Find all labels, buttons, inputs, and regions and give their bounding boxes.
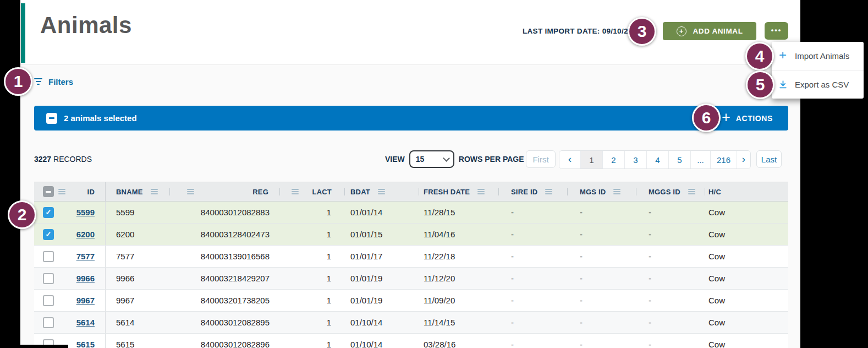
sire-cell: - (499, 202, 568, 223)
records-label: RECORDS (53, 155, 92, 164)
column-header-mgs-id[interactable]: MGS ID (580, 188, 606, 196)
sire-cell: - (499, 268, 568, 289)
bname-cell: 5599 (106, 202, 170, 223)
column-menu-icon[interactable] (688, 189, 695, 194)
id-cell: 5599 (58, 202, 106, 223)
column-header-bdat[interactable]: BDAT (350, 188, 370, 196)
pagination-last-button[interactable]: Last (756, 150, 782, 168)
actions-button[interactable]: + ACTIONS (722, 112, 773, 125)
column-header-reg[interactable]: REG (252, 188, 280, 196)
hc-cell: Cow (705, 334, 788, 348)
page-button-4[interactable]: 4 (647, 151, 669, 168)
filter-icon (34, 78, 42, 85)
add-animal-button[interactable]: + ADD ANIMAL (663, 22, 756, 40)
animal-id-link[interactable]: 9967 (76, 296, 95, 305)
column-header-mggs-id[interactable]: MGGS ID (649, 188, 680, 196)
column-header-fresh-date[interactable]: FRESH DATE (424, 188, 470, 196)
reg-cell: 840003128402473 (170, 224, 280, 245)
menu-item-export-csv[interactable]: Export as CSV (772, 70, 864, 99)
pagination-group: ‹ 12345...216› (559, 150, 751, 169)
page-button-2[interactable]: 2 (603, 151, 625, 168)
lact-cell: 1 (280, 224, 345, 245)
menu-item-import-animals[interactable]: + Import Animals (772, 42, 864, 70)
column-menu-icon[interactable] (613, 189, 620, 194)
column-header-lact[interactable]: LACT (312, 188, 345, 196)
fresh-cell: 11/12/20 (419, 268, 499, 289)
reg-cell: 840003218429207 (170, 268, 280, 289)
column-header-sire-id[interactable]: SIRE ID (511, 188, 537, 196)
column-header-id[interactable]: ID (87, 188, 95, 196)
row-select-cell (34, 312, 58, 333)
annotation-marker-1: 1 (4, 67, 32, 96)
selection-count-label: 2 animals selected (64, 113, 137, 123)
lact-cell: 1 (280, 268, 345, 289)
sire-cell: - (499, 312, 568, 333)
rows-per-page-value: 15 (416, 155, 425, 164)
bname-cell: 5615 (106, 334, 170, 348)
pagination-prev-button[interactable]: ‹ (559, 151, 581, 168)
records-number: 3227 (34, 155, 51, 164)
pagination-next-button[interactable]: › (737, 151, 750, 168)
table-body: 55995599840003012082883101/01/1411/28/15… (34, 202, 788, 348)
bname-cell: 7577 (106, 246, 170, 267)
header-select-checkbox[interactable] (43, 186, 54, 197)
row-select-cell (34, 290, 58, 311)
animal-id-link[interactable]: 7577 (76, 252, 95, 261)
row-checkbox[interactable] (43, 317, 54, 328)
hc-cell: Cow (705, 224, 788, 245)
mgs-cell: - (568, 224, 636, 245)
column-menu-icon[interactable] (58, 189, 65, 194)
mggs-cell: - (636, 312, 705, 333)
bdat-cell: 01/10/14 (345, 334, 419, 348)
column-menu-icon[interactable] (477, 189, 485, 194)
table-row-6200: 62006200840003128402473101/01/1511/04/16… (34, 224, 788, 246)
page-button-1[interactable]: 1 (581, 151, 603, 168)
add-animal-label: ADD ANIMAL (693, 27, 743, 35)
lact-cell: 1 (280, 202, 345, 223)
filters-toggle[interactable]: Filters (34, 73, 73, 90)
animal-id-link[interactable]: 5615 (76, 340, 95, 348)
animal-id-link[interactable]: 6200 (76, 230, 95, 239)
page-button-216[interactable]: 216 (711, 151, 737, 168)
mggs-cell: - (636, 290, 705, 311)
animals-table: ID BNAME REG LACT BDAT FRESH DATE (34, 182, 788, 348)
fresh-cell: 03/28/16 (419, 334, 499, 348)
mgs-cell: - (568, 290, 636, 311)
column-menu-icon[interactable] (292, 189, 299, 194)
animal-id-link[interactable]: 9966 (76, 274, 95, 283)
annotation-marker-6: 6 (692, 104, 721, 132)
column-menu-icon[interactable] (378, 189, 385, 194)
row-checkbox[interactable] (43, 229, 54, 240)
mggs-cell: - (636, 202, 705, 223)
page-button-5[interactable]: 5 (669, 151, 691, 168)
row-checkbox[interactable] (43, 295, 54, 306)
row-checkbox[interactable] (43, 207, 54, 218)
bdat-cell: 01/10/14 (345, 312, 419, 333)
chevron-down-icon (443, 155, 450, 162)
pagination-ellipsis: ... (691, 151, 711, 168)
column-menu-icon[interactable] (151, 189, 158, 194)
more-actions-button[interactable]: ••• (765, 22, 788, 40)
sire-cell: - (499, 224, 568, 245)
rows-per-page-select[interactable]: 15 (409, 150, 454, 168)
mgs-cell: - (568, 268, 636, 289)
column-header-hc[interactable]: H/C (708, 188, 721, 196)
row-checkbox[interactable] (43, 251, 54, 262)
animal-id-link[interactable]: 5614 (76, 318, 95, 327)
column-menu-icon[interactable] (545, 189, 552, 194)
bdat-cell: 01/01/19 (345, 290, 419, 311)
bdat-cell: 01/01/14 (345, 202, 419, 223)
pagination-first-button[interactable]: First (526, 150, 556, 168)
annotation-marker-2: 2 (8, 200, 36, 229)
mggs-cell: - (636, 224, 705, 245)
page-button-3[interactable]: 3 (625, 151, 647, 168)
animal-id-link[interactable]: 5599 (76, 208, 95, 217)
select-all-checkbox[interactable] (46, 113, 57, 124)
column-header-bname[interactable]: BNAME (116, 188, 143, 196)
hc-cell: Cow (705, 290, 788, 311)
column-menu-icon[interactable] (187, 189, 194, 194)
animals-page: Animals LAST IMPORT DATE: 09/10/25 10: +… (20, 0, 800, 348)
lact-cell: 1 (280, 290, 345, 311)
sire-cell: - (499, 334, 568, 348)
row-checkbox[interactable] (43, 273, 54, 284)
